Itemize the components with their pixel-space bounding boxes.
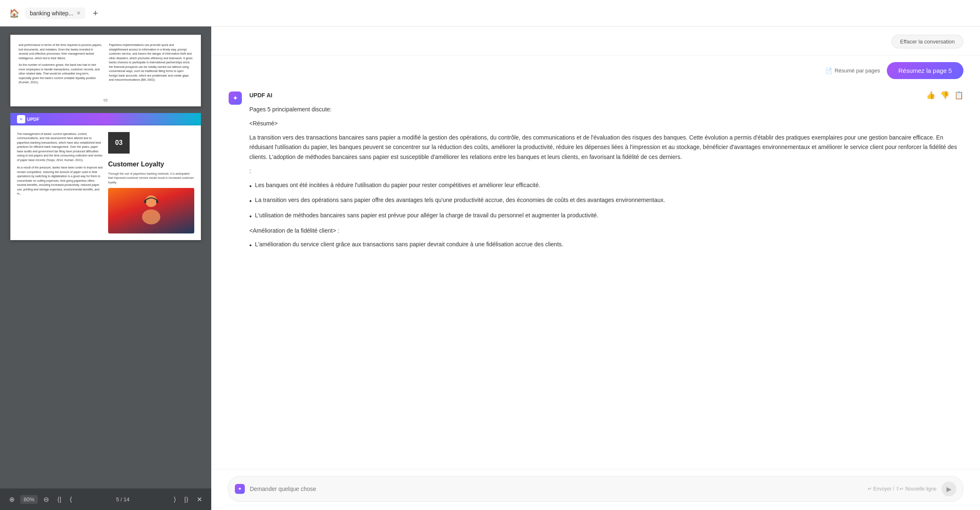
summary-doc-icon: 📄 — [825, 67, 832, 74]
home-button[interactable]: 🏠 — [7, 6, 22, 21]
toolbar-left: ⊕ 80% ⊖ ⟨| ⟨ — [7, 494, 75, 505]
zoom-out-icon: ⊖ — [43, 496, 49, 503]
message-header-line: Pages 5 principalement discute: — [249, 105, 963, 115]
ai-message-body: UPDF AI 👍 👎 📋 Pages 5 principalement dis… — [249, 91, 963, 255]
updf-logo: U UPDF — [17, 115, 39, 123]
pdf-toolbar: ⊕ 80% ⊖ ⟨| ⟨ 5 / 14 ⟩ — [0, 488, 211, 510]
add-tab-button[interactable]: + — [89, 7, 102, 20]
tab-close-icon[interactable]: × — [77, 10, 80, 17]
svg-point-0 — [145, 195, 157, 207]
customer-service-image — [108, 188, 194, 233]
tab-banking-whitep[interactable]: banking whitep... × — [25, 7, 85, 19]
bullet-item-1: Les banques ont été incitées à réduire l… — [249, 180, 963, 192]
ai-header: Effacer la conversation — [211, 26, 980, 55]
nav-first-button[interactable]: ⟨| — [55, 494, 64, 505]
updf-ai-brand: UPDF AI — [249, 92, 272, 99]
updf-logo-icon: U — [17, 115, 25, 123]
page2-right-text: Paperless implementations can promote qu… — [109, 43, 193, 87]
ai-input-container: ✦ ↵ Envoyer / ⇧↵ Nouvelle ligne ▶ — [228, 476, 963, 502]
zoom-display[interactable]: 80% — [20, 495, 38, 504]
nav-prev-button[interactable]: ⟨ — [67, 494, 75, 505]
summary-label: 📄 Résumé par pages — [825, 67, 880, 74]
bullet-item-3: L'utilisation de méthodes bancaires sans… — [249, 211, 963, 222]
loyalty-bullet-item-1: L'amélioration du service client grâce a… — [249, 240, 963, 251]
updf-ai-icon: ✦ — [229, 91, 242, 105]
pdf-pages-container: and performance in terms of the time req… — [0, 26, 211, 488]
tab-label: banking whitep... — [30, 10, 73, 17]
svg-rect-2 — [144, 200, 146, 203]
ai-input-icon: ✦ — [235, 484, 245, 494]
copy-button[interactable]: 📋 — [954, 91, 963, 100]
page3-right: 03 Customer Loyalty Through the use of p… — [108, 132, 194, 234]
zoom-out-button[interactable]: ⊖ — [41, 494, 51, 505]
chapter-title: Customer Loyalty — [108, 159, 194, 169]
ai-message: ✦ UPDF AI 👍 👎 📋 Pages 5 — [228, 91, 963, 255]
close-viewer-button[interactable]: ✕ — [194, 494, 205, 505]
page-info: 5 / 14 — [116, 496, 130, 503]
zoom-in-icon: ⊕ — [9, 496, 14, 503]
page2-number: 02 — [10, 96, 201, 106]
thumbs-down-button[interactable]: 👎 — [940, 91, 949, 100]
send-icon: ▶ — [946, 485, 951, 493]
loyalty-bullet-list: L'amélioration du service client grâce a… — [249, 240, 963, 251]
summarize-page-button[interactable]: Résumez la page 5 — [887, 62, 963, 79]
ai-chat-input[interactable] — [250, 486, 863, 492]
current-page: 5 — [116, 496, 119, 503]
nav-next-button[interactable]: ⟩ — [171, 494, 179, 505]
page-divider: U UPDF — [10, 113, 201, 125]
svg-point-1 — [142, 209, 160, 224]
pdf-page-3: The management of banks' current operati… — [10, 125, 201, 241]
top-bar: 🏠 banking whitep... × + — [0, 0, 980, 26]
resume-tag: <Résumé> — [249, 119, 963, 129]
nav-last-icon: |⟩ — [184, 496, 188, 503]
ai-message-header: UPDF AI 👍 👎 📋 — [249, 91, 963, 100]
ai-input-area: ✦ ↵ Envoyer / ⇧↵ Nouvelle ligne ▶ — [211, 469, 980, 510]
chapter-desc: Through the use of paperless banking met… — [108, 172, 194, 185]
input-hint-text: ↵ Envoyer / ⇧↵ Nouvelle ligne — [868, 486, 937, 492]
nav-last-button[interactable]: |⟩ — [182, 494, 191, 505]
pdf-panel: and performance in terms of the time req… — [0, 26, 211, 510]
cs-figure-svg — [135, 192, 168, 229]
close-viewer-icon: ✕ — [197, 496, 202, 503]
nav-prev-icon: ⟨ — [70, 496, 72, 503]
bullet-list: Les banques ont été incitées à réduire l… — [249, 180, 963, 222]
nav-first-icon: ⟨| — [57, 496, 61, 503]
ai-messages-area: ✦ UPDF AI 👍 👎 📋 Pages 5 — [211, 82, 980, 469]
nav-next-icon: ⟩ — [174, 496, 176, 503]
updf-ai-avatar: ✦ — [228, 91, 243, 106]
page2-left-text: and performance in terms of the time req… — [19, 43, 102, 87]
zoom-in-button[interactable]: ⊕ — [7, 494, 17, 505]
send-button[interactable]: ▶ — [941, 481, 956, 496]
loyalty-tag: <Amélioration de la fidélité client> : — [249, 226, 963, 236]
message-actions: 👍 👎 📋 — [926, 91, 963, 100]
chapter-number-box: 03 — [108, 132, 130, 154]
updf-logo-text: UPDF — [27, 117, 39, 122]
bullet-item-2: La transition vers des opérations sans p… — [249, 195, 963, 207]
pdf-page-2: and performance in terms of the time req… — [10, 35, 201, 106]
total-pages: 14 — [123, 496, 129, 503]
ai-summary-bar: 📄 Résumé par pages Résumez la page 5 — [211, 55, 980, 82]
updf-ai-brand-text: UPDF AI — [249, 92, 272, 99]
page3-left: The management of banks' current operati… — [17, 132, 103, 234]
ai-response-text: Pages 5 principalement discute: <Résumé>… — [249, 105, 963, 251]
ai-panel: Effacer la conversation 📄 Résumé par pag… — [211, 26, 980, 510]
toolbar-right: ⟩ |⟩ ✕ — [171, 494, 205, 505]
colon-line: : — [249, 166, 963, 176]
main-content: and performance in terms of the time req… — [0, 26, 980, 510]
summary-label-text: Résumé par pages — [835, 67, 880, 74]
svg-rect-3 — [156, 200, 158, 203]
thumbs-up-button[interactable]: 👍 — [926, 91, 935, 100]
main-summary: La transition vers des transactions banc… — [249, 133, 963, 162]
clear-conversation-button[interactable]: Effacer la conversation — [891, 35, 963, 48]
